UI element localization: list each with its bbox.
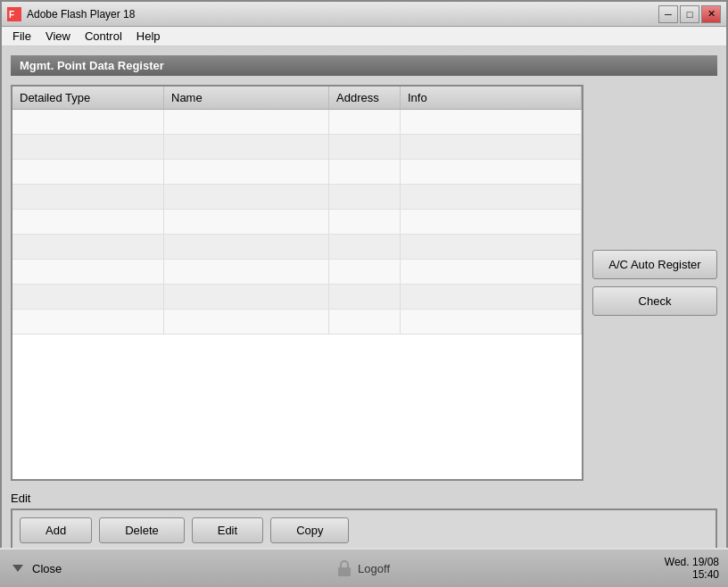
cell xyxy=(329,210,401,234)
edit-button[interactable]: Edit xyxy=(192,517,263,543)
copy-button[interactable]: Copy xyxy=(270,517,349,543)
cell xyxy=(12,235,164,259)
cell xyxy=(164,210,329,234)
table-body xyxy=(12,110,582,477)
logoff-label: Logoff xyxy=(358,562,390,575)
add-button[interactable]: Add xyxy=(20,517,92,543)
cell xyxy=(401,210,582,234)
datetime-display: Wed. 19/0815:40 xyxy=(665,556,719,581)
content-area: Detailed Type Name Address Info xyxy=(11,85,717,481)
ac-auto-register-button[interactable]: A/C Auto Register xyxy=(592,250,717,279)
cell xyxy=(12,260,164,284)
table-row[interactable] xyxy=(12,135,582,160)
delete-button[interactable]: Delete xyxy=(99,517,185,543)
table-header: Detailed Type Name Address Info xyxy=(12,87,582,110)
table-row[interactable] xyxy=(12,285,582,310)
app-icon: F xyxy=(7,7,21,21)
cell xyxy=(401,110,582,134)
menu-file[interactable]: File xyxy=(5,28,38,45)
cell xyxy=(12,160,164,184)
table-row[interactable] xyxy=(12,210,582,235)
cell xyxy=(329,285,401,309)
taskbar-close[interactable]: Close xyxy=(9,559,62,577)
svg-rect-3 xyxy=(338,567,351,576)
table-row[interactable] xyxy=(12,235,582,260)
edit-box: Add Delete Edit Copy xyxy=(11,508,717,552)
col-address: Address xyxy=(329,87,401,109)
cell xyxy=(329,260,401,284)
datetime-text: Wed. 19/0815:40 xyxy=(665,556,719,581)
cell xyxy=(329,235,401,259)
cell xyxy=(164,135,329,159)
svg-marker-2 xyxy=(12,565,23,572)
close-window-button[interactable]: ✕ xyxy=(701,5,721,23)
main-content: Mgmt. Point Data Register Detailed Type … xyxy=(2,46,726,550)
table-row[interactable] xyxy=(12,185,582,210)
cell xyxy=(164,260,329,284)
cell xyxy=(329,310,401,334)
cell xyxy=(329,160,401,184)
close-arrow-icon xyxy=(9,559,27,577)
edit-section: Edit Add Delete Edit Copy xyxy=(11,492,717,552)
title-bar: F Adobe Flash Player 18 ─ □ ✕ xyxy=(2,2,726,27)
cell xyxy=(164,160,329,184)
taskbar-logoff[interactable]: Logoff xyxy=(336,558,390,578)
cell xyxy=(401,235,582,259)
cell xyxy=(401,160,582,184)
svg-text:F: F xyxy=(9,10,14,20)
cell xyxy=(12,310,164,334)
table-row[interactable] xyxy=(12,310,582,335)
maximize-button[interactable]: □ xyxy=(680,5,699,23)
cell xyxy=(164,110,329,134)
data-table: Detailed Type Name Address Info xyxy=(11,85,583,481)
table-row[interactable] xyxy=(12,110,582,135)
table-row[interactable] xyxy=(12,260,582,285)
cell xyxy=(164,235,329,259)
cell xyxy=(12,210,164,234)
taskbar: Close Logoff Wed. 19/0815:40 xyxy=(0,548,728,587)
cell xyxy=(12,185,164,209)
cell xyxy=(12,110,164,134)
edit-label: Edit xyxy=(11,492,717,505)
cell xyxy=(401,260,582,284)
cell xyxy=(12,285,164,309)
cell xyxy=(401,310,582,334)
menu-help[interactable]: Help xyxy=(129,28,168,45)
menu-view[interactable]: View xyxy=(38,28,78,45)
cell xyxy=(401,185,582,209)
right-buttons: A/C Auto Register Check xyxy=(592,85,717,481)
close-label: Close xyxy=(32,562,62,575)
menu-control[interactable]: Control xyxy=(78,28,129,45)
cell xyxy=(12,135,164,159)
cell xyxy=(401,135,582,159)
cell xyxy=(329,135,401,159)
col-info: Info xyxy=(401,87,582,109)
cell xyxy=(164,310,329,334)
cell xyxy=(401,285,582,309)
table-row[interactable] xyxy=(12,160,582,185)
cell xyxy=(329,185,401,209)
edit-buttons: Add Delete Edit Copy xyxy=(20,517,708,543)
cell xyxy=(164,285,329,309)
check-button[interactable]: Check xyxy=(592,286,717,316)
lock-icon xyxy=(336,558,352,578)
panel-title: Mgmt. Point Data Register xyxy=(11,55,717,76)
menu-bar: File View Control Help xyxy=(2,27,726,46)
col-detailed-type: Detailed Type xyxy=(12,87,164,109)
cell xyxy=(164,185,329,209)
window-title: Adobe Flash Player 18 xyxy=(27,8,135,21)
col-name: Name xyxy=(164,87,329,109)
minimize-button[interactable]: ─ xyxy=(658,5,678,23)
cell xyxy=(329,110,401,134)
